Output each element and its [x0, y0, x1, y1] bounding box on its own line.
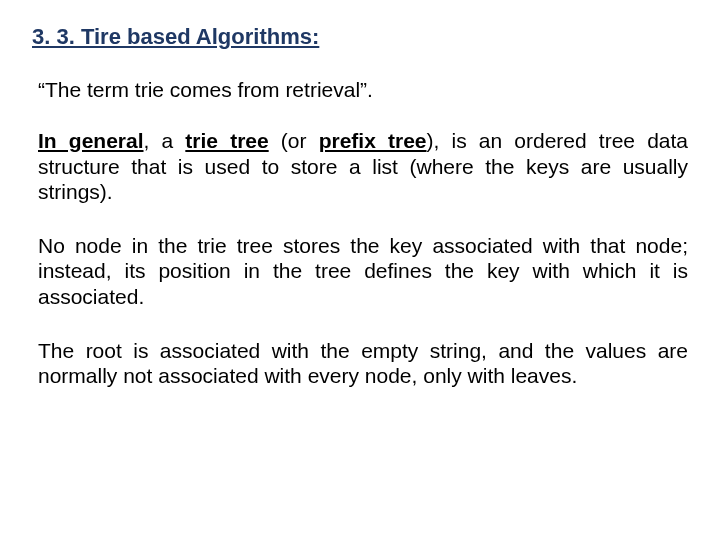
section-heading: 3. 3. Tire based Algorithms:: [32, 24, 692, 50]
term-trie-tree: trie tree: [185, 129, 268, 152]
text-a: a: [162, 129, 186, 152]
quote-line: “The term trie comes from retrieval”.: [38, 78, 692, 102]
term-prefix-tree: prefix tree: [319, 129, 427, 152]
lead-phrase: In general: [38, 129, 144, 152]
paragraph-node: No node in the trie tree stores the key …: [38, 233, 688, 310]
paragraph-root: The root is associated with the empty st…: [38, 338, 688, 389]
text-b: (or: [269, 129, 319, 152]
paragraph-definition: In general, a trie tree (or prefix tree)…: [38, 128, 688, 205]
text-sep: ,: [144, 129, 162, 152]
